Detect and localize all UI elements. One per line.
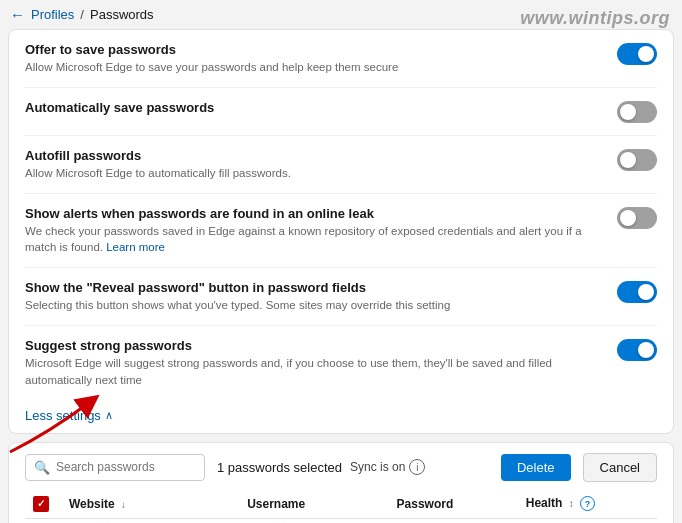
- toggle-autofill[interactable]: [617, 149, 657, 171]
- chevron-up-icon: ∧: [105, 409, 113, 422]
- toggle-auto-save[interactable]: [617, 101, 657, 123]
- setting-desc-autofill: Allow Microsoft Edge to automatically fi…: [25, 165, 601, 181]
- col-header-username: Username: [239, 490, 388, 519]
- cancel-button[interactable]: Cancel: [583, 453, 657, 482]
- setting-title-autofill: Autofill passwords: [25, 148, 601, 163]
- row-website-cell: example.com: [61, 518, 239, 523]
- search-icon: 🔍: [34, 460, 50, 475]
- health-info-icon[interactable]: ?: [580, 496, 595, 511]
- setting-desc-strong-passwords: Microsoft Edge will suggest strong passw…: [25, 355, 601, 387]
- setting-title-strong-passwords: Suggest strong passwords: [25, 338, 601, 353]
- sync-info-icon[interactable]: i: [409, 459, 425, 475]
- toggle-leak-alerts[interactable]: [617, 207, 657, 229]
- setting-desc-leak-alerts: We check your passwords saved in Edge ag…: [25, 223, 601, 255]
- setting-row-auto-save: Automatically save passwords: [25, 88, 657, 136]
- col-header-actions: [617, 490, 657, 519]
- learn-more-link[interactable]: Learn more: [106, 241, 165, 253]
- toggle-strong-passwords[interactable]: [617, 339, 657, 361]
- toggle-offer-to-save[interactable]: [617, 43, 657, 65]
- passwords-table: Website ↓ Username Password Health ↕ ?: [25, 490, 657, 523]
- search-input[interactable]: [56, 460, 196, 474]
- less-settings-link[interactable]: Less settings ∧: [9, 400, 673, 433]
- col-header-health[interactable]: Health ↕ ?: [518, 490, 617, 519]
- setting-desc-offer-to-save: Allow Microsoft Edge to save your passwo…: [25, 59, 601, 75]
- settings-card: Offer to save passwords Allow Microsoft …: [8, 29, 674, 434]
- setting-title-reveal-button: Show the "Reveal password" button in pas…: [25, 280, 601, 295]
- table-row: example.com user@example.com •••••••••• …: [25, 518, 657, 523]
- select-all-checkbox[interactable]: [33, 496, 49, 512]
- row-username-cell: user@example.com: [239, 518, 388, 523]
- row-health-cell: [518, 518, 617, 523]
- sync-label: Sync is on: [350, 460, 405, 474]
- selected-count-label: 1 passwords selected: [217, 460, 342, 475]
- search-box[interactable]: 🔍: [25, 454, 205, 481]
- setting-row-reveal-button: Show the "Reveal password" button in pas…: [25, 268, 657, 326]
- back-button[interactable]: ←: [10, 6, 25, 23]
- selection-info: 1 passwords selected Sync is on i: [217, 459, 489, 475]
- setting-title-auto-save: Automatically save passwords: [25, 100, 601, 115]
- watermark: www.wintips.org: [520, 8, 670, 29]
- setting-title-leak-alerts: Show alerts when passwords are found in …: [25, 206, 601, 221]
- col-username-label: Username: [247, 497, 305, 511]
- setting-row-leak-alerts: Show alerts when passwords are found in …: [25, 194, 657, 268]
- setting-desc-reveal-button: Selecting this button shows what you've …: [25, 297, 601, 313]
- setting-row-strong-passwords: Suggest strong passwords Microsoft Edge …: [25, 326, 657, 399]
- row-password-cell: •••••••••• 👁: [389, 518, 518, 523]
- col-health-label: Health: [526, 496, 563, 510]
- table-header-row: Website ↓ Username Password Health ↕ ?: [25, 490, 657, 519]
- sync-info: Sync is on i: [350, 459, 425, 475]
- sort-health-icon[interactable]: ↕: [569, 498, 574, 509]
- less-settings-label: Less settings: [25, 408, 101, 423]
- col-header-password: Password: [389, 490, 518, 519]
- row-check-cell[interactable]: [25, 518, 61, 523]
- col-header-check: [25, 490, 61, 519]
- password-list-section: 🔍 1 passwords selected Sync is on i Dele…: [8, 442, 674, 523]
- row-actions-cell[interactable]: ···: [617, 518, 657, 523]
- setting-row-offer-to-save: Offer to save passwords Allow Microsoft …: [25, 30, 657, 88]
- search-bar-row: 🔍 1 passwords selected Sync is on i Dele…: [25, 453, 657, 482]
- col-header-website[interactable]: Website ↓: [61, 490, 239, 519]
- setting-title-offer-to-save: Offer to save passwords: [25, 42, 601, 57]
- toggle-reveal-button[interactable]: [617, 281, 657, 303]
- breadcrumb-separator: /: [80, 7, 84, 22]
- settings-section: Offer to save passwords Allow Microsoft …: [9, 30, 673, 400]
- breadcrumb-current: Passwords: [90, 7, 154, 22]
- sort-website-icon[interactable]: ↓: [121, 499, 126, 510]
- delete-button[interactable]: Delete: [501, 454, 571, 481]
- breadcrumb-profiles-link[interactable]: Profiles: [31, 7, 74, 22]
- col-password-label: Password: [397, 497, 454, 511]
- col-website-label: Website: [69, 497, 115, 511]
- setting-row-autofill: Autofill passwords Allow Microsoft Edge …: [25, 136, 657, 194]
